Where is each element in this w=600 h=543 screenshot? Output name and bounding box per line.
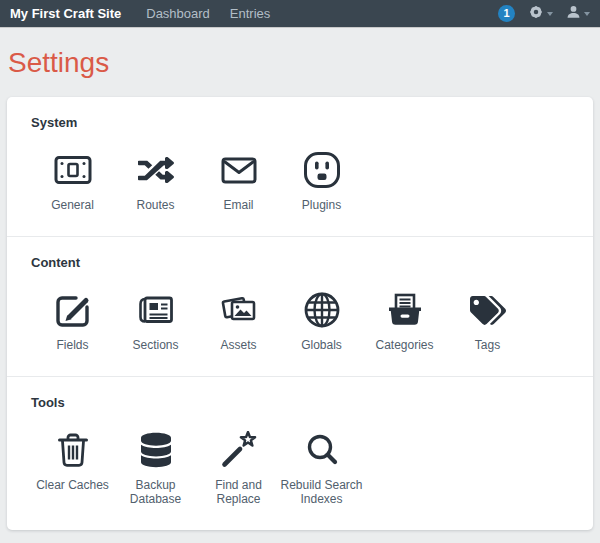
settings-tile-email[interactable]: Email [197, 148, 280, 212]
page-title: Settings [8, 47, 592, 79]
tile-label: Rebuild Search Indexes [276, 478, 368, 506]
section-system: System General Routes Email [7, 97, 593, 236]
plugins-icon [303, 148, 341, 192]
tile-label: Find and Replace [193, 478, 285, 506]
settings-tile-fields[interactable]: Fields [31, 288, 114, 352]
settings-tile-routes[interactable]: Routes [114, 148, 197, 212]
topbar-right: 1 [498, 4, 590, 24]
updates-badge[interactable]: 1 [498, 5, 515, 22]
tile-label: Sections [110, 338, 202, 352]
settings-tile-sections[interactable]: Sections [114, 288, 197, 352]
tile-label: Globals [276, 338, 368, 352]
settings-tile-tags[interactable]: Tags [446, 288, 529, 352]
tile-label: Assets [193, 338, 285, 352]
general-icon [54, 148, 92, 192]
gear-icon [528, 4, 544, 24]
settings-tile-find-and-replace[interactable]: Find and Replace [197, 428, 280, 506]
settings-tile-rebuild-search-indexes[interactable]: Rebuild Search Indexes [280, 428, 363, 506]
globals-icon [303, 288, 341, 332]
sections-icon [138, 288, 174, 332]
settings-panel: System General Routes Email [7, 97, 593, 530]
clear-caches-icon [57, 428, 89, 472]
nav-link-entries[interactable]: Entries [220, 6, 280, 21]
chevron-down-icon [584, 12, 590, 16]
settings-tile-assets[interactable]: Assets [197, 288, 280, 352]
tile-row: General Routes Email Plugins [31, 148, 569, 212]
settings-tile-general[interactable]: General [31, 148, 114, 212]
chevron-down-icon [547, 12, 553, 16]
tile-label: Backup Database [110, 478, 202, 506]
tile-label: Tags [442, 338, 534, 352]
section-heading: Tools [31, 395, 569, 410]
tile-label: General [27, 198, 119, 212]
tile-label: Categories [359, 338, 451, 352]
settings-tile-plugins[interactable]: Plugins [280, 148, 363, 212]
page-header: Settings [0, 27, 600, 97]
tile-label: Clear Caches [27, 478, 119, 492]
nav-link-dashboard[interactable]: Dashboard [136, 6, 220, 21]
site-name-link[interactable]: My First Craft Site [10, 6, 121, 21]
email-icon [221, 148, 257, 192]
user-icon [566, 4, 581, 24]
tile-row: Fields Sections Assets [31, 288, 569, 352]
tile-label: Routes [110, 198, 202, 212]
settings-tile-globals[interactable]: Globals [280, 288, 363, 352]
tile-label: Fields [27, 338, 119, 352]
rebuild-search-icon [305, 428, 339, 472]
routes-icon [138, 148, 174, 192]
section-tools: Tools Clear Caches Backup Database Find … [7, 376, 593, 530]
section-heading: Content [31, 255, 569, 270]
account-menu-button[interactable] [566, 4, 590, 24]
categories-icon [387, 288, 423, 332]
backup-database-icon [141, 428, 171, 472]
settings-tile-categories[interactable]: Categories [363, 288, 446, 352]
find-replace-icon [220, 428, 258, 472]
tile-row: Clear Caches Backup Database Find and Re… [31, 428, 569, 506]
tile-label: Plugins [276, 198, 368, 212]
tags-icon [470, 288, 506, 332]
section-heading: System [31, 115, 569, 130]
settings-menu-button[interactable] [528, 4, 553, 24]
tile-label: Email [193, 198, 285, 212]
assets-icon [221, 288, 257, 332]
topbar: My First Craft Site Dashboard Entries 1 [0, 0, 600, 27]
fields-icon [55, 288, 91, 332]
section-content: Content Fields Sections [7, 236, 593, 376]
settings-tile-clear-caches[interactable]: Clear Caches [31, 428, 114, 506]
settings-tile-backup-database[interactable]: Backup Database [114, 428, 197, 506]
